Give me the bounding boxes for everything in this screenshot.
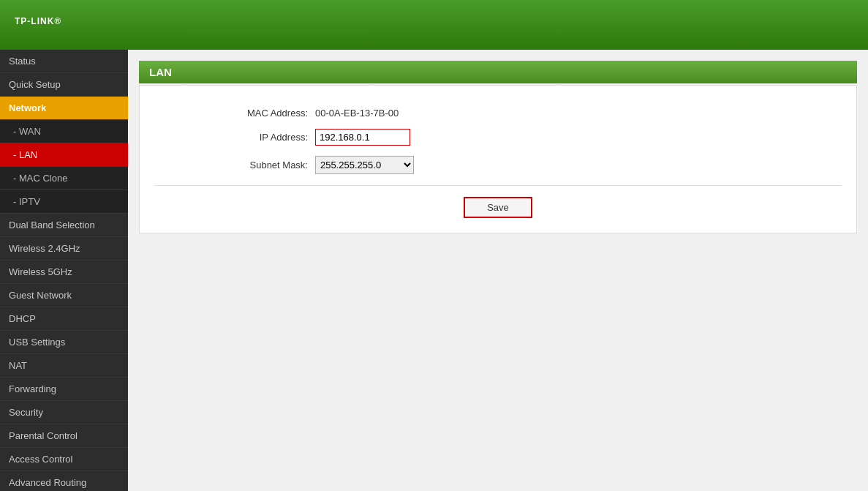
sidebar-item-network[interactable]: Network bbox=[0, 97, 128, 120]
sidebar-item-usb-settings[interactable]: USB Settings bbox=[0, 331, 128, 354]
form-table: MAC Address: 00-0A-EB-13-7B-00 IP Addres… bbox=[213, 108, 842, 174]
sidebar-item-security[interactable]: Security bbox=[0, 401, 128, 424]
mac-address-value: 00-0A-EB-13-7B-00 bbox=[315, 108, 399, 119]
sidebar-item-wan[interactable]: - WAN bbox=[0, 120, 128, 143]
ip-address-input[interactable] bbox=[315, 129, 410, 146]
sidebar-item-access-control[interactable]: Access Control bbox=[0, 448, 128, 471]
sidebar-item-nat[interactable]: NAT bbox=[0, 354, 128, 378]
sidebar-item-dual-band[interactable]: Dual Band Selection bbox=[0, 214, 128, 237]
logo: TP-LINK® bbox=[15, 13, 61, 37]
sidebar-item-mac-clone[interactable]: - MAC Clone bbox=[0, 167, 128, 190]
logo-sup: ® bbox=[54, 16, 61, 26]
sidebar-item-guest-network[interactable]: Guest Network bbox=[0, 284, 128, 307]
sidebar-item-forwarding[interactable]: Forwarding bbox=[0, 378, 128, 401]
main-content: LAN MAC Address: 00-0A-EB-13-7B-00 IP Ad… bbox=[128, 50, 868, 491]
mac-address-row: MAC Address: 00-0A-EB-13-7B-00 bbox=[213, 108, 842, 119]
ip-address-label: IP Address: bbox=[213, 132, 315, 143]
ip-address-row: IP Address: bbox=[213, 129, 842, 146]
body: StatusQuick SetupNetwork- WAN- LAN- MAC … bbox=[0, 50, 868, 491]
subnet-mask-row: Subnet Mask: 255.255.255.0255.255.0.0255… bbox=[213, 156, 842, 174]
header: TP-LINK® bbox=[0, 0, 868, 50]
sidebar: StatusQuick SetupNetwork- WAN- LAN- MAC … bbox=[0, 50, 128, 491]
sidebar-item-wireless-24[interactable]: Wireless 2.4GHz bbox=[0, 237, 128, 261]
sidebar-item-dhcp[interactable]: DHCP bbox=[0, 307, 128, 331]
save-button[interactable]: Save bbox=[464, 197, 532, 218]
sidebar-item-wireless-5[interactable]: Wireless 5GHz bbox=[0, 261, 128, 284]
content-area: MAC Address: 00-0A-EB-13-7B-00 IP Addres… bbox=[139, 85, 857, 233]
divider bbox=[154, 185, 842, 186]
sidebar-item-advanced-routing[interactable]: Advanced Routing bbox=[0, 471, 128, 491]
sidebar-item-lan[interactable]: - LAN bbox=[0, 143, 128, 167]
sidebar-item-status[interactable]: Status bbox=[0, 50, 128, 73]
button-row: Save bbox=[154, 197, 842, 218]
sidebar-item-quick-setup[interactable]: Quick Setup bbox=[0, 73, 128, 97]
sidebar-item-parental-control[interactable]: Parental Control bbox=[0, 424, 128, 448]
logo-text: TP-LINK bbox=[15, 16, 54, 26]
mac-address-label: MAC Address: bbox=[213, 108, 315, 119]
subnet-mask-select[interactable]: 255.255.255.0255.255.0.0255.0.0.0 bbox=[315, 156, 414, 174]
section-title: LAN bbox=[139, 61, 857, 83]
subnet-mask-label: Subnet Mask: bbox=[213, 160, 315, 170]
sidebar-item-iptv[interactable]: - IPTV bbox=[0, 190, 128, 214]
